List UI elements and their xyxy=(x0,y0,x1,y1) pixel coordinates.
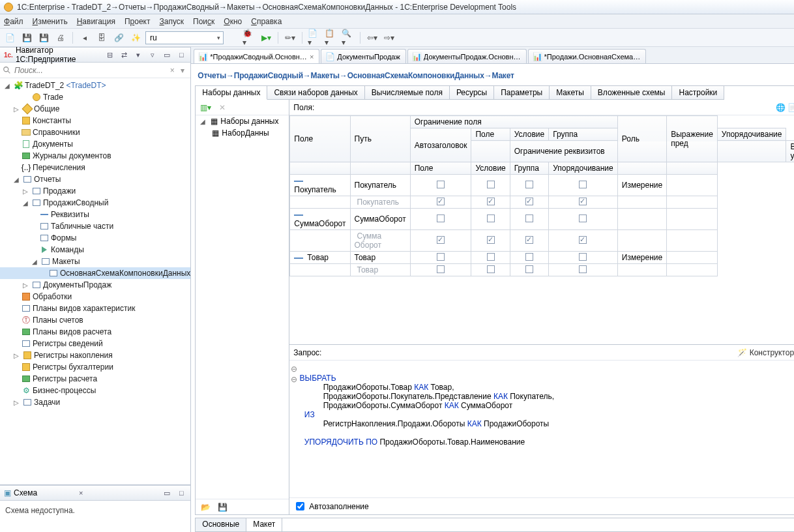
menu-project[interactable]: Проект xyxy=(125,17,151,26)
menu-window[interactable]: Окно xyxy=(224,17,242,26)
open-folder-icon[interactable]: 📂 xyxy=(198,500,213,514)
bottom-tab-template[interactable]: Макет xyxy=(246,518,282,531)
highlight-button[interactable]: ✏▾ xyxy=(283,31,297,45)
svg-line-1 xyxy=(8,70,10,73)
bottom-tab-main[interactable]: Основные xyxy=(196,518,246,531)
editor-tab[interactable]: 📊 ДокументыПродаж.Основн… xyxy=(407,49,527,63)
search-input[interactable] xyxy=(12,66,167,75)
add-dataset-button[interactable]: ▥▾ xyxy=(198,100,213,115)
app-icon xyxy=(4,3,13,12)
config-icon: 🧩 xyxy=(13,81,23,90)
dcs-tab-calc[interactable]: Вычисляемые поля xyxy=(365,86,450,100)
schema-icon: 📊 xyxy=(533,52,542,61)
wand-icon: 🪄 xyxy=(737,348,747,357)
save-ds-icon[interactable]: 💾 xyxy=(215,500,229,514)
nav-fwd-button[interactable]: ⇨▾ xyxy=(382,31,396,45)
scheme-title: Схема xyxy=(14,488,37,497)
navigator-search: × ▾ xyxy=(0,63,190,78)
editor-tab-active[interactable]: 📊 *ПродажиСводный.Основн… × xyxy=(194,49,319,63)
search-button[interactable]: 🔍▾ xyxy=(341,31,355,45)
dcs-tab-params[interactable]: Параметры xyxy=(494,86,550,100)
editor-tab[interactable]: 📊 *Продажи.ОсновнаяСхема… xyxy=(528,49,647,63)
tree-selected[interactable]: ОсновнаяСхемаКомпоновкиДанных xyxy=(0,267,190,279)
fields-grid[interactable]: Поле Путь Ограничение поля Роль Выражени… xyxy=(289,115,794,276)
dcs-tab-settings[interactable]: Настройки xyxy=(672,86,724,100)
window-title: 1С:Enterprise - TradeDT_2→Отчеты→Продажи… xyxy=(17,3,516,12)
collapse-all-icon[interactable]: ⊟ xyxy=(104,50,115,60)
print-button[interactable]: 🖨 xyxy=(53,31,68,45)
dcs-tab-datasets[interactable]: Наборы данных xyxy=(196,86,267,100)
autofill-checkbox[interactable] xyxy=(296,502,304,510)
server-button[interactable]: 🗄 xyxy=(95,31,109,45)
menu-file[interactable]: Файл xyxy=(4,17,23,26)
schema-icon: 📊 xyxy=(198,52,207,61)
dcs-tab-resources[interactable]: Ресурсы xyxy=(450,86,494,100)
wand-button[interactable]: ✨ xyxy=(128,31,143,45)
link-button[interactable]: 🔗 xyxy=(111,31,126,45)
dcs-tab-templates[interactable]: Макеты xyxy=(550,86,591,100)
breadcrumb: Отчеты→ПродажиСводный→Макеты→ОсновнаяСхе… xyxy=(191,64,794,85)
clear-search-icon[interactable]: × xyxy=(167,66,177,75)
scheme-close-icon[interactable]: × xyxy=(76,488,86,498)
1c-icon: 1c. xyxy=(4,52,13,59)
autofill-label: Автозаполнение xyxy=(309,502,368,511)
tree-root[interactable]: ◢🧩 TradeDT_2 <TradeDT> xyxy=(0,80,190,91)
editor-tab[interactable]: 📄 ДокументыПродаж xyxy=(321,49,406,63)
navigator-header: 1c. Навигатор 1С:Предприятие ⊟ ⇄ ▾ ▿ ▭ □ xyxy=(0,47,190,63)
schema-icon: 📊 xyxy=(412,52,421,61)
view-menu-icon[interactable]: ▿ xyxy=(147,50,158,60)
nav-back-button[interactable]: ⇦▾ xyxy=(365,31,379,45)
svg-point-0 xyxy=(4,66,8,71)
menu-nav[interactable]: Навигация xyxy=(77,17,115,26)
debug-button[interactable]: 🐞▾ xyxy=(242,31,256,45)
add-file-button[interactable]: 📄▾ xyxy=(307,31,321,45)
fields-label: Поля: xyxy=(293,103,774,112)
dcs-tab-links[interactable]: Связи наборов данных xyxy=(267,86,364,100)
save-all-button[interactable]: 💾 xyxy=(37,31,51,45)
title-bar: 1С:Enterprise - TradeDT_2→Отчеты→Продажи… xyxy=(0,0,794,14)
copy-button[interactable]: 📋▾ xyxy=(324,31,338,45)
dcs-tab-nested[interactable]: Вложенные схемы xyxy=(591,86,673,100)
language-select[interactable]: ru xyxy=(145,31,224,44)
report-icon: 📄 xyxy=(325,52,334,61)
minimize-icon[interactable]: ▭ xyxy=(162,50,172,60)
close-tab-icon[interactable]: × xyxy=(310,53,314,61)
filter-icon[interactable]: ▾ xyxy=(133,50,143,60)
scheme-min-icon[interactable]: ▭ xyxy=(162,488,172,498)
dataset-tree[interactable]: ◢▦Наборы данных ▦НаборДанны xyxy=(196,115,289,499)
globe-icon[interactable]: 🌐 xyxy=(774,102,786,113)
menu-run[interactable]: Запуск xyxy=(160,17,184,26)
scheme-message: Схема недоступна. xyxy=(0,501,190,532)
menu-help[interactable]: Справка xyxy=(251,17,282,26)
delete-dataset-button[interactable]: ✕ xyxy=(215,100,229,115)
link-editor-icon[interactable]: ⇄ xyxy=(119,50,129,60)
navigator-tree[interactable]: ◢🧩 TradeDT_2 <TradeDT> Trade ▷Общие Конс… xyxy=(0,78,190,484)
query-builder-button[interactable]: 🪄 Конструктор запроса… xyxy=(737,348,794,357)
editor-tabs: 📊 *ПродажиСводный.Основн… × 📄 ДокументыП… xyxy=(191,47,794,64)
navigator-title: Навигатор 1С:Предприятие xyxy=(16,46,100,64)
new-button[interactable]: 📄 xyxy=(3,31,17,45)
save-button[interactable]: 💾 xyxy=(20,31,34,45)
scheme-max-icon[interactable]: □ xyxy=(176,488,186,498)
query-editor[interactable]: ⊖ ВЫБРАТЬ ⊖ ПродажиОбороты.Товар КАК Тов… xyxy=(289,361,794,497)
search-icon xyxy=(3,66,12,75)
run-button[interactable]: ▶▾ xyxy=(259,31,273,45)
maximize-icon[interactable]: □ xyxy=(176,50,186,60)
menu-edit[interactable]: Изменить xyxy=(33,17,68,26)
scheme-header: ▣ Схема × ▭ □ xyxy=(0,485,190,501)
back-button[interactable]: ◂ xyxy=(78,31,92,45)
main-toolbar: 📄 💾 💾 🖨 ◂ 🗄 🔗 ✨ ru 🐞▾ ▶▾ ✏▾ 📄▾ 📋▾ 🔍▾ ⇦▾ … xyxy=(0,29,794,47)
query-label: Запрос: xyxy=(293,348,737,357)
search-dropdown-icon[interactable]: ▾ xyxy=(177,66,188,75)
add-field-icon[interactable]: 📄 xyxy=(786,102,794,113)
bottom-tabs: Основные Макет xyxy=(195,518,794,532)
menu-search[interactable]: Поиск xyxy=(193,17,214,26)
dcs-tabs: Наборы данных Связи наборов данных Вычис… xyxy=(195,85,794,100)
menu-bar: Файл Изменить Навигация Проект Запуск По… xyxy=(0,14,794,29)
scheme-icon: ▣ xyxy=(4,488,11,497)
